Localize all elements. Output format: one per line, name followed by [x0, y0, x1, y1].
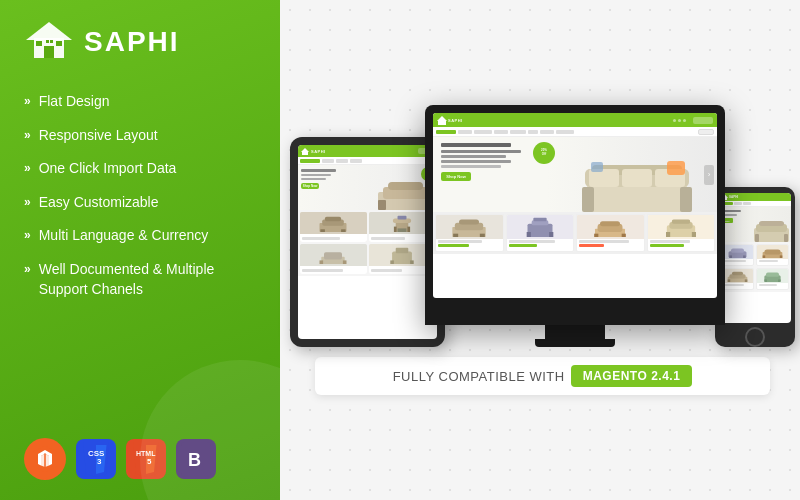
- tablet-logo: SAPHI: [301, 148, 326, 155]
- monitor-screen: SAPHI: [433, 113, 717, 298]
- svg-rect-85: [731, 249, 744, 253]
- svg-rect-34: [394, 227, 397, 232]
- svg-text:3: 3: [97, 457, 102, 466]
- arrow-icon: »: [24, 261, 31, 278]
- feature-language: » Multi Language & Currency: [24, 226, 256, 246]
- svg-text:5: 5: [147, 457, 152, 466]
- svg-rect-51: [680, 187, 692, 212]
- arrow-icon: »: [24, 93, 31, 110]
- svg-rect-38: [324, 252, 342, 259]
- svg-rect-86: [729, 255, 732, 258]
- svg-rect-95: [728, 279, 731, 282]
- svg-rect-40: [343, 260, 347, 264]
- feature-label: Multi Language & Currency: [39, 226, 209, 246]
- svg-rect-66: [549, 232, 553, 237]
- magento-version-badge: MAGENTO 2.4.1: [571, 365, 693, 387]
- svg-rect-35: [407, 227, 410, 232]
- svg-text:B: B: [188, 450, 201, 470]
- tech-badges: CSS 3 HTML 5 B: [24, 438, 256, 480]
- arrow-icon: »: [24, 227, 31, 244]
- feature-documented: » Well Documented & MultipleSupport Chan…: [24, 260, 256, 299]
- svg-marker-0: [26, 22, 72, 40]
- compatibility-bar: FULLY COMPATIBLE WITH MAGENTO 2.4.1: [315, 357, 770, 395]
- svg-rect-17: [181, 442, 211, 477]
- bootstrap-badge: B: [176, 439, 216, 479]
- svg-rect-3: [36, 41, 42, 46]
- svg-rect-39: [320, 260, 324, 264]
- phone-device: SAPHI Shop: [715, 187, 795, 347]
- svg-rect-61: [480, 234, 485, 237]
- svg-rect-44: [410, 260, 414, 264]
- svg-rect-30: [341, 229, 346, 232]
- svg-rect-99: [764, 279, 767, 282]
- svg-rect-28: [325, 217, 341, 222]
- svg-rect-50: [582, 187, 594, 212]
- feature-responsive: » Responsive Layout: [24, 126, 256, 146]
- svg-rect-23: [388, 182, 423, 190]
- svg-rect-96: [745, 279, 748, 282]
- svg-rect-83: [784, 234, 788, 242]
- phone-home-button: [745, 327, 765, 347]
- svg-rect-89: [764, 249, 780, 254]
- feature-import: » One Click Import Data: [24, 159, 256, 179]
- svg-rect-56: [591, 162, 603, 172]
- svg-rect-64: [533, 218, 546, 221]
- left-sidebar: SAPHI » Flat Design » Responsive Layout …: [0, 0, 280, 500]
- logo-icon: [24, 20, 74, 64]
- html5-badge: HTML 5: [126, 439, 166, 479]
- phone-screen: SAPHI Shop: [719, 193, 791, 323]
- svg-rect-4: [56, 41, 62, 46]
- svg-rect-62: [527, 224, 552, 237]
- svg-text:HTML: HTML: [136, 450, 156, 457]
- features-list: » Flat Design » Responsive Layout » One …: [24, 92, 256, 428]
- feature-flat-design: » Flat Design: [24, 92, 256, 112]
- svg-rect-100: [778, 279, 781, 282]
- feature-label: One Click Import Data: [39, 159, 177, 179]
- svg-rect-91: [780, 255, 783, 258]
- svg-rect-75: [666, 232, 670, 237]
- svg-rect-5: [46, 40, 49, 43]
- logo-area: SAPHI: [24, 20, 256, 64]
- svg-marker-13: [133, 442, 159, 477]
- compatible-prefix: FULLY COMPATIBLE WITH: [393, 369, 565, 384]
- monitor-base: [535, 339, 615, 347]
- svg-marker-19: [301, 148, 309, 152]
- feature-label: Flat Design: [39, 92, 110, 112]
- svg-rect-87: [743, 255, 746, 258]
- svg-rect-24: [378, 200, 386, 210]
- svg-rect-82: [755, 234, 759, 242]
- svg-rect-74: [672, 220, 690, 224]
- monitor-device: SAPHI: [425, 105, 725, 325]
- css3-badge: CSS 3: [76, 439, 116, 479]
- svg-rect-36: [397, 228, 406, 232]
- feature-label: Well Documented & MultipleSupport Chanel…: [39, 260, 215, 299]
- svg-rect-20: [302, 151, 308, 155]
- svg-rect-33: [397, 216, 406, 220]
- svg-rect-59: [459, 220, 479, 225]
- svg-rect-76: [692, 232, 696, 237]
- feature-label: Easy Customizable: [39, 193, 159, 213]
- arrow-icon: »: [24, 127, 31, 144]
- svg-rect-70: [594, 234, 598, 237]
- svg-rect-53: [622, 169, 652, 187]
- svg-rect-41: [392, 251, 412, 264]
- svg-rect-94: [732, 272, 743, 275]
- feature-label: Responsive Layout: [39, 126, 158, 146]
- svg-rect-98: [766, 273, 779, 277]
- tablet-screen: SAPHI: [298, 145, 437, 339]
- svg-rect-69: [600, 221, 620, 226]
- svg-rect-43: [390, 260, 394, 264]
- svg-rect-29: [321, 229, 326, 232]
- svg-marker-14: [146, 445, 157, 474]
- svg-rect-71: [622, 234, 626, 237]
- tablet-device: SAPHI: [290, 137, 445, 347]
- svg-rect-6: [50, 40, 53, 43]
- svg-rect-90: [763, 255, 766, 258]
- svg-rect-42: [395, 248, 408, 253]
- svg-rect-46: [438, 120, 446, 125]
- arrow-icon: »: [24, 194, 31, 211]
- svg-rect-81: [759, 221, 784, 226]
- arrow-icon: »: [24, 160, 31, 177]
- monitor-stand: [545, 325, 605, 339]
- magento-badge: [24, 438, 66, 480]
